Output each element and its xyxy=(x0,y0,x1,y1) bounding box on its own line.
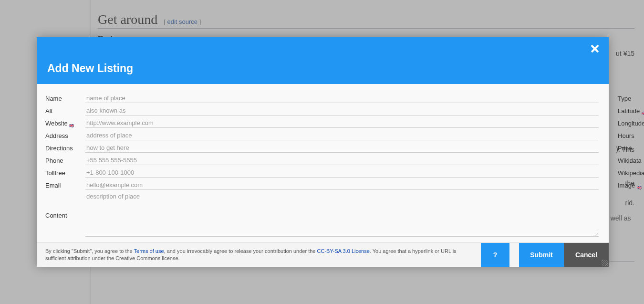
close-icon[interactable] xyxy=(590,43,601,54)
modal-body: Name Alt Website Address Directions Phon… xyxy=(37,84,609,242)
modal-title: Add New Listing xyxy=(47,62,598,75)
email-input[interactable] xyxy=(85,180,599,190)
alt-label: Alt xyxy=(45,107,85,115)
lang-flags-icon xyxy=(69,121,74,126)
directions-input[interactable] xyxy=(85,143,599,153)
submit-button[interactable]: Submit xyxy=(519,243,564,267)
hours-label: Hours xyxy=(618,132,644,139)
form-right-column: Type see Latitude find on map Longitude … xyxy=(618,93,644,237)
longitude-label: Longitude xyxy=(618,120,644,127)
address-input[interactable] xyxy=(85,131,599,140)
wikidata-label: Wikidata xyxy=(618,157,644,164)
lang-flags-icon xyxy=(642,109,644,114)
price-label: Price xyxy=(618,145,644,152)
alt-input[interactable] xyxy=(85,106,599,115)
content-textarea[interactable] xyxy=(85,192,599,237)
tollfree-label: Tollfree xyxy=(45,169,85,177)
type-label: Type xyxy=(618,95,644,102)
address-label: Address xyxy=(45,132,85,139)
add-listing-modal: Add New Listing Name Alt Website Address… xyxy=(37,37,609,267)
tollfree-input[interactable] xyxy=(85,168,599,178)
modal-footer: By clicking "Submit", you agree to the T… xyxy=(37,242,609,267)
modal-header: Add New Listing xyxy=(37,37,609,84)
cc-license-link[interactable]: CC-BY-SA 3.0 License xyxy=(317,248,370,254)
website-input[interactable] xyxy=(85,118,599,128)
cancel-button[interactable]: Cancel xyxy=(564,243,609,267)
latitude-label: Latitude xyxy=(618,107,644,115)
license-text: By clicking "Submit", you agree to the T… xyxy=(37,243,481,267)
name-label: Name xyxy=(45,95,85,102)
form-left-column: Name Alt Website Address Directions Phon… xyxy=(45,93,599,237)
content-label: Content xyxy=(45,192,85,237)
image-label: Image xyxy=(618,182,644,189)
email-label: Email xyxy=(45,182,85,189)
terms-of-use-link[interactable]: Terms of use xyxy=(134,248,164,254)
name-input[interactable] xyxy=(85,94,599,103)
directions-label: Directions xyxy=(45,145,85,152)
help-button[interactable]: ? xyxy=(481,243,509,267)
phone-input[interactable] xyxy=(85,156,599,165)
wikipedia-label: Wikipedia xyxy=(618,169,644,177)
phone-label: Phone xyxy=(45,157,85,164)
lang-flags-icon xyxy=(637,183,642,188)
website-label: Website xyxy=(45,120,85,127)
